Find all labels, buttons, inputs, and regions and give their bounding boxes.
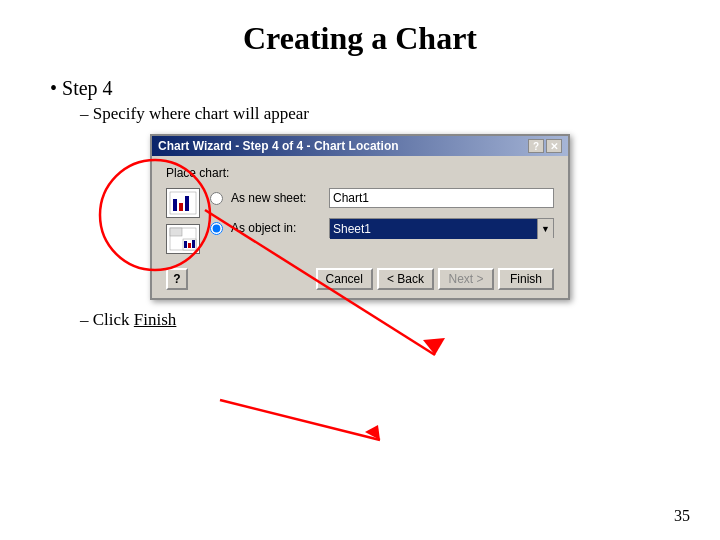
step-4: • Step 4: [50, 77, 680, 100]
svg-rect-5: [170, 228, 182, 236]
back-button[interactable]: < Back: [377, 268, 434, 290]
svg-marker-14: [365, 425, 380, 440]
svg-rect-1: [173, 199, 177, 211]
svg-rect-7: [184, 241, 187, 248]
svg-rect-2: [179, 203, 183, 211]
annotation-arrow-2: [210, 390, 410, 470]
radio-options: As new sheet: As object in: Sheet1 ▼: [210, 188, 554, 238]
titlebar-buttons: ? ✕: [528, 139, 562, 153]
dialog-footer: ? Cancel < Back Next > Finish: [152, 262, 568, 298]
svg-marker-12: [423, 338, 445, 355]
chart-icons: [166, 188, 200, 254]
sub-item-1: – Specify where chart will appear: [80, 104, 680, 124]
svg-rect-8: [188, 243, 191, 248]
finish-button[interactable]: Finish: [498, 268, 554, 290]
option1-label: As new sheet:: [231, 191, 321, 205]
dialog-title: Chart Wizard - Step 4 of 4 - Chart Locat…: [158, 139, 399, 153]
option1-radio[interactable]: [210, 192, 223, 205]
help-titlebar-btn[interactable]: ?: [528, 139, 544, 153]
dialog-titlebar: Chart Wizard - Step 4 of 4 - Chart Locat…: [152, 136, 568, 156]
option2-label: As object in:: [231, 221, 321, 235]
chart-wizard-dialog: Chart Wizard - Step 4 of 4 - Chart Locat…: [150, 134, 570, 300]
svg-rect-3: [185, 196, 189, 211]
new-sheet-icon: [166, 188, 200, 218]
place-chart-label: Place chart:: [166, 166, 554, 180]
page-title: Creating a Chart: [40, 20, 680, 57]
next-button[interactable]: Next >: [438, 268, 494, 290]
options-area: As new sheet: As object in: Sheet1 ▼: [166, 188, 554, 254]
option2-dropdown[interactable]: Sheet1: [330, 219, 537, 239]
svg-line-13: [220, 400, 380, 440]
option2-row: As object in: Sheet1 ▼: [210, 218, 554, 238]
object-in-icon: [166, 224, 200, 254]
dropdown-value: Sheet1: [333, 222, 371, 236]
option1-row: As new sheet:: [210, 188, 554, 208]
option2-radio[interactable]: [210, 222, 223, 235]
dialog-body: Place chart:: [152, 156, 568, 262]
page-container: Creating a Chart • Step 4 – Specify wher…: [0, 0, 720, 540]
help-button[interactable]: ?: [166, 268, 188, 290]
svg-rect-9: [192, 240, 195, 248]
page-number: 35: [674, 507, 690, 525]
cancel-button[interactable]: Cancel: [316, 268, 373, 290]
dropdown-arrow-icon[interactable]: ▼: [537, 219, 553, 239]
option1-input[interactable]: [329, 188, 554, 208]
click-finish-text: – Click Finish: [80, 310, 680, 330]
close-titlebar-btn[interactable]: ✕: [546, 139, 562, 153]
